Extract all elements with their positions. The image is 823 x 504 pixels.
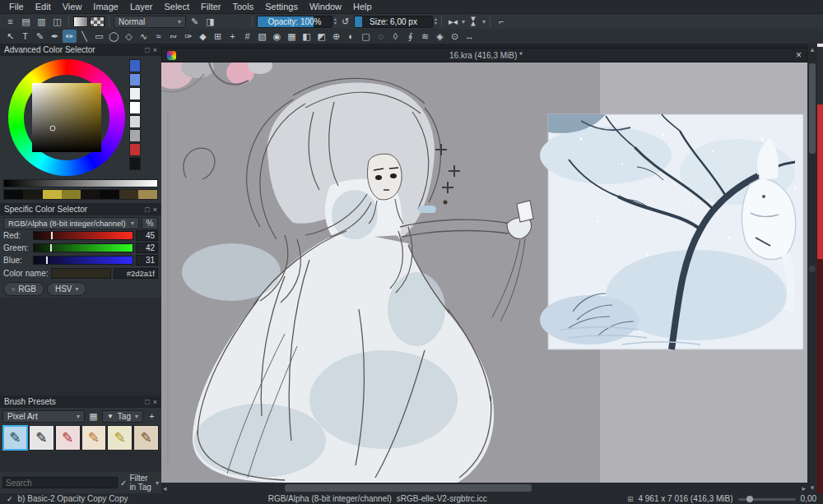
history-swatch[interactable] [119,190,138,199]
crop-tool[interactable]: # [240,30,254,43]
ellipse-select-tool[interactable]: ◌ [374,30,388,43]
brush-preset[interactable]: ✎ [29,425,54,451]
menu-select[interactable]: Select [158,2,195,12]
blending-mode-dropdown[interactable]: Normal▾ [114,16,186,28]
wrap-around-mode-icon[interactable]: ⌐ [495,15,509,28]
scroll-up-icon[interactable]: ▴ [807,45,817,53]
history-swatch[interactable] [23,190,42,199]
hsv-dropdown-button[interactable]: HSV▾ [47,282,87,296]
brush-preset[interactable]: ✎ [133,425,159,451]
smart-patch-tool[interactable]: ⊕ [329,30,343,43]
scroll-right-icon[interactable]: ▸ [802,484,806,492]
view-mode-icon[interactable]: ▦ [86,409,100,423]
transform-tool[interactable]: ⊞ [211,30,225,43]
menu-file[interactable]: File [3,2,30,12]
brush-size-slider[interactable]: Size: 6,00 px [354,16,433,28]
menu-layer[interactable]: Layer [124,2,159,12]
scroll-left-icon[interactable]: ◂ [163,484,167,492]
history-swatch[interactable] [4,190,23,199]
dynamic-brush-tool[interactable]: ✑ [181,30,195,43]
multibrush-tool[interactable]: ◆ [196,30,210,43]
zoom-slider-knob[interactable] [746,496,753,502]
vertical-scrollbar[interactable]: ▴ ▾ [807,44,817,493]
pan-tool[interactable]: ↔ [463,30,477,43]
history-swatch[interactable] [43,190,62,199]
opacity-spinner[interactable]: ▴▾ [334,17,337,25]
close-panel-icon[interactable]: × [153,206,157,214]
horizontal-scrollbar[interactable]: ◂ ▸ [161,483,807,493]
chevron-down-icon[interactable]: ▾ [462,18,465,25]
percent-toggle-button[interactable]: % [142,217,158,229]
float-panel-icon[interactable]: □ [145,398,149,406]
rgb-toggle-button[interactable]: ○RGB [3,282,44,296]
zoom-slider[interactable] [738,495,796,503]
calligraphy-tool[interactable]: ✒ [48,30,62,43]
color-swatch[interactable] [129,129,141,142]
fill-tool[interactable]: ◧ [300,30,314,43]
color-swatch[interactable] [129,143,141,156]
menu-edit[interactable]: Edit [30,2,57,12]
history-swatch[interactable] [62,190,81,199]
color-sampler-tool[interactable]: ◉ [270,30,284,43]
canvas[interactable] [161,62,807,483]
colorize-mask-tool[interactable]: ◐ [344,30,358,43]
history-swatch[interactable] [81,190,100,199]
float-panel-icon[interactable]: □ [145,46,149,54]
brush-preset[interactable]: ✎ [107,425,133,451]
gradient-chooser-thumbnail[interactable] [73,16,88,27]
close-panel-icon[interactable]: × [153,46,157,54]
color-swatch[interactable] [129,73,141,86]
blue-channel-value[interactable]: 31 [136,255,158,266]
color-swatch[interactable] [129,115,141,128]
menu-help[interactable]: Help [347,2,378,12]
ellipse-tool[interactable]: ◯ [107,30,121,43]
green-channel-value[interactable]: 42 [136,243,158,253]
magnetic-select-tool[interactable]: ◈ [433,30,447,43]
rectangle-tool[interactable]: ▭ [92,30,106,43]
blue-channel-slider[interactable] [33,256,133,265]
red-channel-value[interactable]: 45 [136,230,158,241]
document-titlebar[interactable]: 16.kra (416,3 MiB) * × [161,48,807,62]
color-swatch[interactable] [129,59,141,72]
text-tool[interactable]: T [18,30,32,43]
red-channel-slider[interactable] [33,231,133,240]
vertical-scroll-thumb[interactable] [809,63,816,154]
menu-tools[interactable]: Tools [227,2,260,12]
hue-ring[interactable] [8,59,125,176]
menu-image[interactable]: Image [87,2,124,12]
similar-select-tool[interactable]: ≋ [418,30,432,43]
color-hex-value[interactable]: #2d2a1f [114,268,158,279]
value-gradient-bar[interactable] [3,179,158,187]
eraser-mode-icon[interactable]: ◨ [203,15,217,28]
menu-view[interactable]: View [57,2,88,12]
pattern-edit-tool[interactable]: ▦ [285,30,299,43]
canvas-artwork[interactable] [161,62,807,483]
add-tag-icon[interactable]: + [145,409,159,423]
color-swatch[interactable] [129,87,141,100]
mirror-vertical-icon[interactable]: ▸◂ [467,15,481,29]
color-history-bar[interactable] [3,189,158,200]
rect-select-tool[interactable]: ▢ [359,30,373,43]
save-document-icon[interactable]: ◫ [50,15,64,28]
scroll-down-icon[interactable]: ▾ [807,483,817,492]
color-swatch[interactable] [129,157,141,170]
bezier-curve-tool[interactable]: ≈ [151,30,165,43]
move-tool[interactable]: + [226,30,239,43]
color-swatch[interactable] [129,101,141,114]
edit-shapes-tool[interactable]: ✎ [33,30,47,43]
workspace-chooser-icon[interactable]: ≡ [3,15,17,28]
close-panel-icon[interactable]: × [153,398,157,406]
float-panel-icon[interactable]: □ [145,206,149,214]
gradient-tool[interactable]: ▧ [255,30,269,43]
green-channel-slider[interactable] [33,243,133,252]
chevron-down-icon[interactable]: ▾ [482,18,486,25]
freehand-brush-tool[interactable]: ✏ [63,30,77,43]
zoom-tool[interactable]: ⊙ [448,30,462,43]
pattern-chooser-thumbnail[interactable] [90,16,105,27]
history-swatch[interactable] [100,190,119,199]
reload-preset-icon[interactable]: ↺ [338,15,352,28]
polygon-select-tool[interactable]: ◊ [388,30,402,43]
tag-filter-dropdown[interactable]: ▼ Tag ▾ [102,410,143,423]
mirror-horizontal-icon[interactable]: ▸◂ [446,15,460,28]
polygon-tool[interactable]: ◇ [122,30,136,43]
